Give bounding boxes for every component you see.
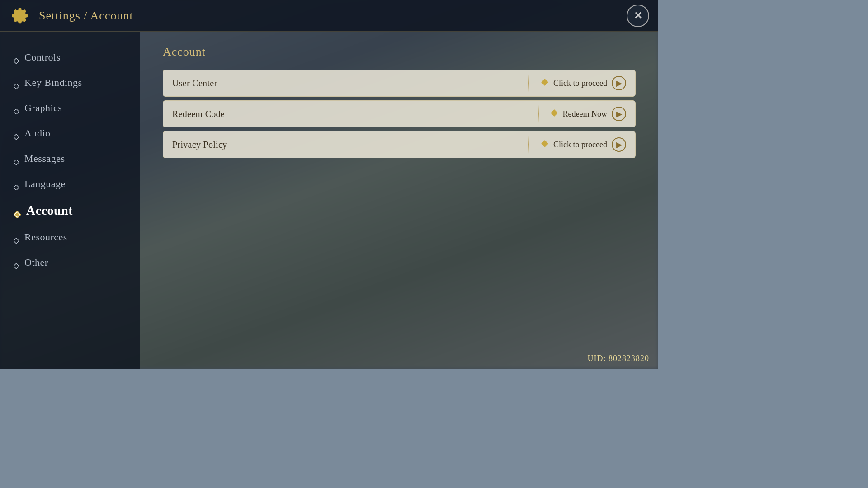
row-label: User Center	[172, 78, 522, 89]
sidebar-item-label: Language	[24, 178, 66, 190]
content-title: Account	[163, 45, 636, 59]
main-content: Controls Key Bindings Graphics Audio Mes…	[0, 32, 658, 369]
header-bar: Settings / Account ✕	[0, 0, 658, 32]
row-right: Click to proceed▶	[522, 74, 626, 92]
account-row-privacy-policy[interactable]: Privacy PolicyClick to proceed▶	[163, 131, 636, 158]
diamond-icon	[14, 235, 19, 240]
diamond-icon	[14, 105, 19, 111]
row-action-text: Click to proceed	[553, 79, 607, 88]
content-panel: Account User CenterClick to proceed▶Rede…	[140, 32, 658, 369]
sidebar-item-other[interactable]: Other	[0, 250, 140, 275]
row-right: Redeem Now▶	[531, 105, 626, 123]
row-diamond-icon	[550, 109, 558, 119]
svg-marker-12	[541, 140, 548, 147]
svg-marker-4	[14, 160, 19, 165]
header-title: Settings / Account	[39, 9, 133, 23]
sidebar-item-account[interactable]: Account	[0, 197, 140, 224]
row-arrow-icon: ▶	[612, 137, 626, 152]
svg-marker-1	[14, 84, 19, 89]
row-arrow-icon: ▶	[612, 107, 626, 121]
sidebar-item-audio[interactable]: Audio	[0, 121, 140, 145]
sidebar-item-label: Audio	[24, 127, 51, 139]
row-divider	[528, 74, 529, 92]
sidebar-item-label: Other	[24, 257, 48, 268]
diamond-icon	[14, 207, 21, 214]
row-right: Click to proceed▶	[522, 136, 626, 154]
sidebar-item-label: Messages	[24, 153, 65, 164]
sidebar-item-label: Account	[26, 203, 73, 218]
diamond-icon	[14, 80, 19, 85]
sidebar-item-label: Controls	[24, 52, 61, 63]
row-diamond-icon	[541, 78, 549, 89]
sidebar-item-key-bindings[interactable]: Key Bindings	[0, 70, 140, 95]
svg-marker-0	[14, 58, 19, 64]
sidebar-item-messages[interactable]: Messages	[0, 146, 140, 171]
row-divider	[528, 136, 529, 154]
row-arrow-icon: ▶	[612, 76, 626, 90]
svg-marker-3	[14, 134, 19, 140]
sidebar-item-label: Resources	[24, 231, 67, 243]
row-divider	[538, 105, 539, 123]
uid-badge: UID: 802823820	[588, 354, 650, 363]
close-button[interactable]: ✕	[627, 5, 649, 27]
row-label: Privacy Policy	[172, 140, 522, 150]
sidebar: Controls Key Bindings Graphics Audio Mes…	[0, 32, 140, 369]
svg-marker-11	[551, 109, 558, 117]
diamond-icon	[14, 156, 19, 161]
settings-icon	[9, 5, 31, 27]
svg-marker-10	[541, 79, 548, 86]
svg-marker-8	[14, 238, 19, 244]
account-row-user-center[interactable]: User CenterClick to proceed▶	[163, 70, 636, 97]
diamond-icon	[14, 131, 19, 136]
diamond-icon	[14, 181, 19, 187]
diamond-icon	[14, 260, 19, 265]
sidebar-item-label: Graphics	[24, 102, 62, 114]
sidebar-item-resources[interactable]: Resources	[0, 225, 140, 249]
sidebar-item-controls[interactable]: Controls	[0, 45, 140, 70]
svg-marker-2	[14, 109, 19, 114]
account-row-redeem-code[interactable]: Redeem CodeRedeem Now▶	[163, 100, 636, 127]
sidebar-item-language[interactable]: Language	[0, 172, 140, 196]
diamond-icon	[14, 55, 19, 60]
sidebar-item-graphics[interactable]: Graphics	[0, 96, 140, 120]
row-action-text: Click to proceed	[553, 140, 607, 150]
row-label: Redeem Code	[172, 109, 531, 119]
svg-marker-9	[14, 263, 19, 269]
sidebar-item-label: Key Bindings	[24, 77, 82, 89]
row-diamond-icon	[541, 140, 549, 150]
svg-marker-5	[14, 185, 19, 190]
row-action-text: Redeem Now	[563, 109, 607, 119]
